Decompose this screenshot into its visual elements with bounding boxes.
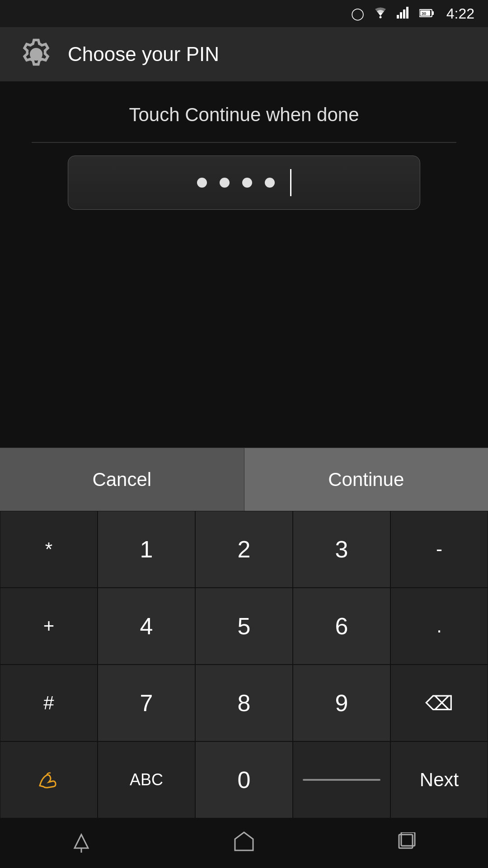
backspace-button[interactable]: ⌫ (390, 665, 488, 741)
back-nav-button[interactable] (66, 826, 97, 861)
svg-rect-2 (400, 12, 402, 19)
pin-cursor (290, 169, 291, 196)
wifi-status-icon (372, 6, 389, 22)
content-area: Touch Continue when done Cancel Continue… (0, 81, 488, 818)
instruction-text: Touch Continue when done (129, 104, 359, 126)
key-space[interactable] (293, 741, 390, 818)
svg-marker-11 (235, 832, 253, 850)
gesture-key[interactable] (0, 741, 98, 818)
key-4[interactable]: 4 (98, 588, 195, 665)
clock-status-icon: ◯ (351, 7, 364, 21)
key-period[interactable]: . (390, 588, 488, 665)
gear-svg (20, 38, 52, 70)
battery-status-icon: 30 (419, 7, 435, 21)
svg-marker-9 (75, 835, 88, 848)
key-hash[interactable]: # (0, 665, 98, 741)
continue-button[interactable]: Continue (244, 448, 488, 511)
key-0[interactable]: 0 (195, 741, 293, 818)
svg-rect-3 (403, 9, 405, 19)
space-bar-indicator (303, 779, 380, 781)
pin-dot-2 (220, 178, 230, 188)
app-title: Choose your PIN (68, 43, 219, 66)
cancel-button[interactable]: Cancel (0, 448, 244, 511)
nav-bar (0, 818, 488, 868)
next-button[interactable]: Next (390, 741, 488, 818)
recents-nav-button[interactable] (391, 828, 422, 859)
status-bar: ◯ 30 (0, 0, 488, 27)
top-section: Touch Continue when done (0, 81, 488, 448)
status-time: 4:22 (446, 5, 474, 22)
gear-icon (18, 36, 54, 72)
key-7[interactable]: 7 (98, 665, 195, 741)
recents-nav-icon (395, 832, 418, 850)
gesture-icon (35, 769, 62, 791)
keyboard: * 1 2 3 - + 4 5 6 . # 7 8 9 ⌫ (0, 511, 488, 818)
pin-input-field[interactable] (68, 156, 420, 210)
backspace-icon: ⌫ (425, 692, 453, 715)
key-asterisk[interactable]: * (0, 511, 98, 588)
home-nav-button[interactable] (228, 826, 260, 861)
svg-text:30: 30 (422, 11, 426, 16)
key-5[interactable]: 5 (195, 588, 293, 665)
pin-dot-4 (265, 178, 275, 188)
back-nav-icon (70, 830, 93, 853)
action-buttons: Cancel Continue (0, 448, 488, 511)
key-2[interactable]: 2 (195, 511, 293, 588)
key-9[interactable]: 9 (293, 665, 390, 741)
svg-rect-6 (432, 11, 434, 15)
home-nav-icon (233, 830, 255, 853)
key-8[interactable]: 8 (195, 665, 293, 741)
key-dash[interactable]: - (390, 511, 488, 588)
key-6[interactable]: 6 (293, 588, 390, 665)
page: ◯ 30 (0, 0, 488, 868)
key-1[interactable]: 1 (98, 511, 195, 588)
key-abc[interactable]: ABC (98, 741, 195, 818)
pin-dot-3 (242, 178, 252, 188)
pin-dot-1 (197, 178, 207, 188)
app-bar: Choose your PIN (0, 27, 488, 81)
svg-rect-4 (406, 7, 408, 19)
svg-point-0 (379, 16, 381, 18)
signal-status-icon (397, 6, 411, 22)
divider-line (32, 142, 456, 143)
svg-rect-1 (397, 15, 399, 19)
key-plus[interactable]: + (0, 588, 98, 665)
key-3[interactable]: 3 (293, 511, 390, 588)
